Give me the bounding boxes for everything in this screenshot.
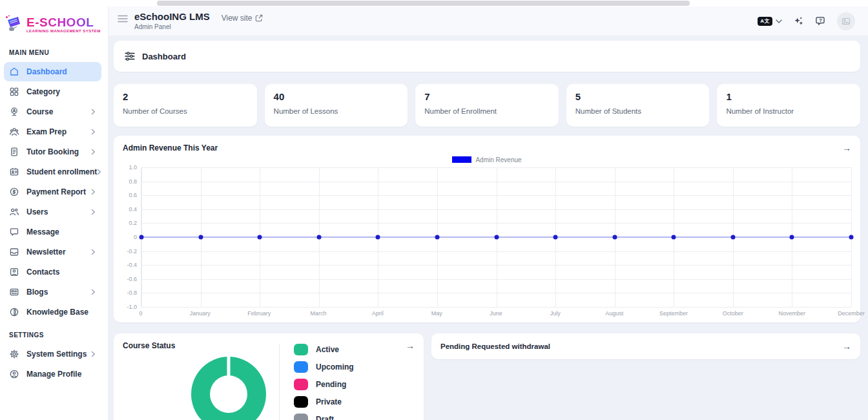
chevron-right-icon xyxy=(97,169,101,175)
y-tick-label: 0.2 xyxy=(129,220,137,226)
sidebar-item-category[interactable]: Category xyxy=(4,82,101,101)
x-tick-label: August xyxy=(605,310,623,317)
chevron-right-icon xyxy=(91,149,96,155)
sidebar-item-tutor-booking[interactable]: Tutor Booking xyxy=(4,142,101,162)
gear-icon xyxy=(9,349,19,359)
sidebar-item-system-settings[interactable]: System Settings xyxy=(4,344,101,364)
sidebar-item-knowledge-base[interactable]: Knowledge Base xyxy=(4,302,101,322)
user-avatar[interactable] xyxy=(837,12,855,30)
sidebar-item-label: Exam Prep xyxy=(26,127,91,136)
y-tick-label: -1.0 xyxy=(127,304,137,310)
top-scrollbar-track xyxy=(0,0,868,6)
bottom-row: Course Status → ActiveUpcomingPendingPri… xyxy=(114,333,860,420)
data-point xyxy=(258,235,262,240)
sidebar-item-contacts[interactable]: Contacts xyxy=(4,262,101,282)
main-area: eSchooING LMS Admin Panel View site A文 ? xyxy=(108,6,868,420)
y-tick-label: 1.0 xyxy=(129,164,137,171)
stat-value: 5 xyxy=(575,91,701,102)
chevron-right-icon xyxy=(91,249,96,255)
site-title: eSchooING LMS xyxy=(134,12,210,23)
data-point xyxy=(790,235,794,240)
course-status-arrow-link[interactable]: → xyxy=(406,341,415,350)
sidebar-item-exam-prep[interactable]: Exam Prep xyxy=(4,122,101,142)
x-tick-label: June xyxy=(490,310,502,317)
course-status-card: Course Status → ActiveUpcomingPendingPri… xyxy=(114,333,424,420)
sidebar-nav: MAIN MENUDashboardCategoryCourseExam Pre… xyxy=(0,40,108,384)
withdrawal-arrow-link[interactable]: → xyxy=(842,342,851,351)
y-tick-label: 0 xyxy=(134,234,137,240)
stat-card-number-of-enrollment: 7Number of Enrollment xyxy=(415,84,559,127)
stat-value: 2 xyxy=(123,91,248,102)
stat-card-number-of-students: 5Number of Students xyxy=(566,84,710,127)
stat-label: Number of Lessons xyxy=(274,107,399,115)
x-tick-label: December xyxy=(838,310,865,317)
data-point xyxy=(849,235,854,240)
blog-post-icon xyxy=(9,287,19,297)
chevron-right-icon xyxy=(91,209,96,215)
revenue-plot xyxy=(141,167,851,307)
data-point xyxy=(672,235,676,240)
knowledge-circle-icon xyxy=(9,307,19,317)
logo-book-icon xyxy=(4,14,23,35)
revenue-y-axis: 1.00.80.60.40.20-0.2-0.4-0.6-0.8-1.0 xyxy=(123,167,141,307)
x-tick-label: 0 xyxy=(139,310,142,317)
legend-item-pending: Pending xyxy=(294,379,354,390)
data-point xyxy=(376,235,380,240)
sidebar-item-newsletter[interactable]: Newsletter xyxy=(4,242,101,262)
external-link-icon xyxy=(255,14,263,22)
sidebar-item-users[interactable]: Users xyxy=(4,202,101,222)
sidebar-item-manage-profile[interactable]: Manage Profile xyxy=(4,364,101,384)
x-tick-label: March xyxy=(310,310,326,317)
legend-item-draft: Draft xyxy=(294,414,354,420)
revenue-legend: Admin Revenue xyxy=(123,156,851,163)
x-tick-label: July xyxy=(550,310,561,317)
y-tick-label: -0.6 xyxy=(127,276,137,282)
menu-section-label: SETTINGS xyxy=(0,322,108,344)
app-logo[interactable]: E-SCHOOL LEARNING MANAGEMENT SYSTEM xyxy=(0,10,108,40)
sidebar-item-label: Tutor Booking xyxy=(26,147,91,156)
data-point xyxy=(612,235,617,240)
x-tick-label: November xyxy=(779,310,806,317)
sidebar-item-student-enrollment[interactable]: Student enrollment xyxy=(4,162,101,182)
course-status-legend: ActiveUpcomingPendingPrivateDraft xyxy=(280,344,354,420)
stats-row: 2Number of Courses40Number of Lessons7Nu… xyxy=(114,84,860,127)
page-title: Dashboard xyxy=(142,52,186,61)
donut-chart-area xyxy=(123,344,279,420)
language-selector[interactable]: A文 xyxy=(758,17,782,26)
svg-text:?: ? xyxy=(819,17,822,23)
sidebar-item-blogs[interactable]: Blogs xyxy=(4,282,101,302)
sidebar-item-message[interactable]: Message xyxy=(4,222,101,242)
y-tick-label: -0.4 xyxy=(127,262,137,268)
horizontal-scrollbar-thumb[interactable] xyxy=(157,1,690,6)
revenue-legend-label: Admin Revenue xyxy=(475,156,521,163)
category-grid-icon xyxy=(9,87,19,97)
course-status-donut xyxy=(191,357,266,420)
donut-gap xyxy=(227,357,231,377)
x-tick-label: May xyxy=(431,310,442,317)
sidebar-item-dashboard[interactable]: Dashboard xyxy=(4,62,101,81)
view-site-link[interactable]: View site xyxy=(222,14,263,23)
revenue-legend-swatch xyxy=(452,156,471,163)
revenue-arrow-link[interactable]: → xyxy=(842,143,851,152)
legend-label: Pending xyxy=(316,380,346,389)
admin-revenue-card: Admin Revenue This Year → Admin Revenue … xyxy=(114,136,860,322)
profile-circle-icon xyxy=(9,369,19,379)
stat-card-number-of-courses: 2Number of Courses xyxy=(114,84,257,127)
legend-label: Draft xyxy=(316,415,334,420)
data-point xyxy=(140,235,144,240)
y-tick-label: 0.6 xyxy=(129,192,137,198)
stat-card-number-of-lessons: 40Number of Lessons xyxy=(265,84,408,127)
sidebar-item-label: Manage Profile xyxy=(26,370,98,379)
legend-label: Private xyxy=(316,397,342,406)
sparkles-icon[interactable] xyxy=(793,16,804,26)
y-tick-label: -0.8 xyxy=(127,289,137,296)
help-chat-icon[interactable]: ? xyxy=(815,16,826,26)
dashboard-content: Dashboard 2Number of Courses40Number of … xyxy=(108,36,868,420)
legend-swatch xyxy=(294,344,308,355)
revenue-chart: 1.00.80.60.40.20-0.2-0.4-0.6-0.8-1.0 xyxy=(123,167,851,307)
sidebar-item-label: Newsletter xyxy=(26,247,91,257)
sidebar-item-course[interactable]: Course xyxy=(4,102,101,121)
sidebar-item-payment-report[interactable]: Payment Report xyxy=(4,182,101,202)
hamburger-menu-icon[interactable] xyxy=(118,14,128,23)
chevron-right-icon xyxy=(91,109,96,115)
